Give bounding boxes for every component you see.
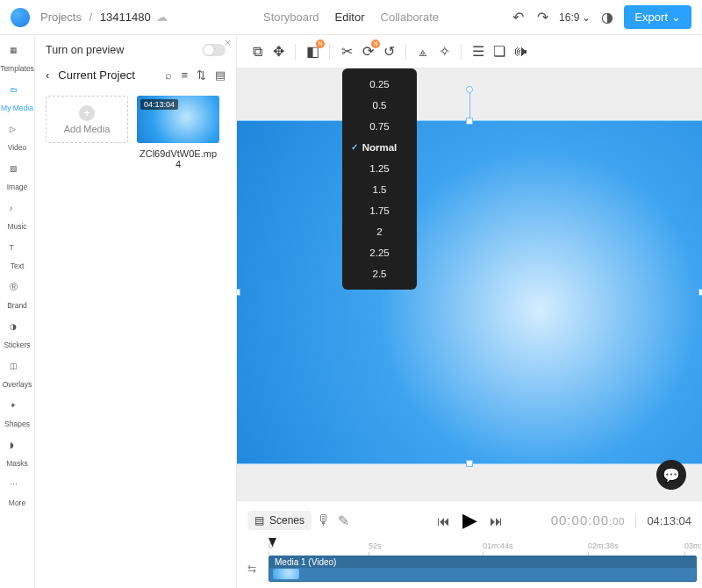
rail-mymedia[interactable]: 🗀My Media [0,80,35,118]
speed-opt[interactable]: 1.5 [342,179,417,200]
breadcrumb-project-id: 13411480 [100,11,151,24]
cloud-sync-icon[interactable]: ☁ [156,11,168,24]
resize-handle[interactable] [698,289,702,296]
speed-icon[interactable]: ⟳N [358,42,377,61]
canvas-toolbar: ⧉ ✥ ◧N ✂ ⟳N ↺ ⟁ ✧ ☰ ❏ 🕪 [237,35,702,68]
left-rail: ▦Templates 🗀My Media ▷Video ▧Image ♪Musi… [0,35,35,588]
speed-menu: 0.25 0.5 0.75 Normal 1.25 1.5 1.75 2 2.2… [342,68,417,290]
scenes-button[interactable]: ▤ Scenes [247,511,312,530]
timeline[interactable]: 0 52s 01m:44s 02m:38s 03m:28s ⇆ Media 1 … [237,540,702,588]
rail-image[interactable]: ▧Image [0,159,35,197]
aspect-ratio-select[interactable]: 16:9 ⌄ [559,11,591,24]
rail-templates[interactable]: ▦Templates [0,40,35,78]
rail-music[interactable]: ♪Music [0,198,35,236]
crop-icon[interactable]: ⧉ [247,42,267,61]
plus-icon: + [79,105,95,121]
clip-duration-badge: 04:13:04 [140,99,178,110]
media-thumb[interactable]: 04:13:04 ZCl69dVtW0E.mp4 [137,96,219,169]
preview-label: Turn on preview [46,44,124,56]
speed-opt[interactable]: 1.25 [342,158,417,179]
history-icon[interactable]: ◑ [599,10,615,25]
scenes-icon: ▤ [254,514,264,527]
chat-icon[interactable]: 💬 [656,460,686,490]
rail-masks[interactable]: ◗Masks [0,435,35,473]
rail-overlays[interactable]: ◫Overlays [0,356,35,394]
current-time: 00:00:00:00 [551,513,626,528]
speed-opt[interactable]: 0.5 [342,95,417,116]
clip-filename: ZCl69dVtW0E.mp4 [137,148,219,169]
breadcrumb: Projects / 13411480 [40,11,151,24]
clip-label: Media 1 (Video) [269,556,696,568]
speed-opt-selected[interactable]: Normal [342,137,417,158]
prev-icon[interactable]: ⏮ [437,513,450,528]
speed-opt[interactable]: 2 [342,221,417,242]
layout-icon[interactable]: ▤ [215,68,226,82]
video-frame[interactable] [237,121,702,463]
wand-icon[interactable]: ✧ [434,42,454,61]
rail-shapes[interactable]: ✦Shapes [0,396,35,434]
preview-toggle[interactable] [203,44,226,56]
add-media-button[interactable]: + Add Media [46,96,128,143]
speed-opt[interactable]: 0.25 [342,74,417,95]
cut-icon[interactable]: ✂ [337,42,356,61]
resize-handle[interactable] [466,460,473,467]
timeline-ruler[interactable]: 0 52s 01m:44s 02m:38s 03m:28s [237,540,702,554]
filter-icon[interactable]: ≡ [181,68,188,82]
layers-icon[interactable]: ❏ [490,42,509,61]
media-panel: × Turn on preview ‹ Current Project ⌕ ≡ … [35,35,237,588]
back-icon[interactable]: ‹ [46,68,49,82]
canvas-stage[interactable] [237,68,702,500]
total-duration: 04:13:04 [635,514,691,527]
rail-stickers[interactable]: ◑Stickers [0,317,35,355]
align-icon[interactable]: ☰ [469,42,488,61]
rail-more[interactable]: ⋯More [0,475,35,513]
chroma-icon[interactable]: ⟁ [413,42,433,61]
close-icon[interactable]: × [225,37,231,49]
export-button[interactable]: Export [624,5,691,29]
resize-handle[interactable] [237,289,240,296]
undo-icon[interactable]: ↶ [510,10,526,25]
speed-opt[interactable]: 0.75 [342,116,417,137]
rail-video[interactable]: ▷Video [0,119,35,157]
tab-collaborate[interactable]: Collaborate [381,11,440,24]
bottom-panel: ▤ Scenes 🎙 ✎ ⏮ ▶ ⏭ 00:00:00:00 04:13:04 … [237,500,702,588]
track-link-icon[interactable]: ⇆ [237,563,267,575]
play-icon[interactable]: ▶ [462,509,477,532]
timeline-clip[interactable]: Media 1 (Video) [269,556,697,582]
volume-icon[interactable]: 🕪 [511,42,530,61]
search-icon[interactable]: ⌕ [165,68,172,82]
next-icon[interactable]: ⏭ [490,513,503,528]
rail-text[interactable]: TText [0,238,35,276]
redo-icon[interactable]: ↷ [534,10,550,25]
rail-brand[interactable]: ⓇBrand [0,277,35,315]
app-logo[interactable] [11,8,30,27]
speed-opt[interactable]: 1.75 [342,200,417,221]
mic-icon[interactable]: 🎙 [317,513,331,529]
transition-icon[interactable]: ✎ [338,513,349,529]
fit-icon[interactable]: ✥ [269,42,288,61]
current-project-label: Current Project [58,68,134,82]
sort-icon[interactable]: ⇅ [197,68,206,82]
speed-opt[interactable]: 2.5 [342,263,417,284]
breadcrumb-projects[interactable]: Projects [40,11,82,24]
rotate-handle[interactable] [466,86,473,93]
reverse-icon[interactable]: ↺ [379,42,398,61]
tab-editor[interactable]: Editor [335,11,365,24]
clip-thumb-icon [273,569,299,579]
tab-storyboard[interactable]: Storyboard [263,11,319,24]
color-adjust-icon[interactable]: ◧N [303,42,322,61]
resize-handle[interactable] [466,118,473,125]
speed-opt[interactable]: 2.25 [342,242,417,263]
